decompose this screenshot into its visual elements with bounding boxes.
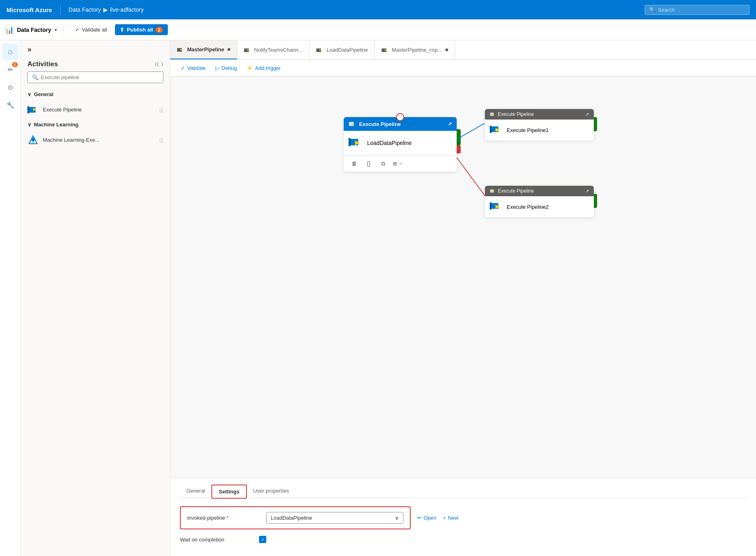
tab-modified-dot [228,48,230,51]
ml-collapse-icon: ∨ [27,122,31,128]
delete-button[interactable]: 🗑 [349,158,360,169]
search-icon: 🔍 [649,7,656,13]
factory-dropdown-icon[interactable]: ▾ [54,27,57,33]
activities-panel: » Activities ⟨⟨ ⟩ 🔍 ∨ General [21,40,170,556]
search-placeholder: Search [658,7,675,13]
tab-master-pipeline[interactable]: MasterPipeline [170,40,237,59]
tab-general[interactable]: General [180,485,211,498]
open-icon: ✏ [417,515,422,521]
panel-collapse-controls: » [21,40,170,55]
sidebar-monitor-button[interactable]: ⊙ [2,79,19,95]
activities-header: Activities ⟨⟨ ⟩ [21,55,170,71]
ml-section-header[interactable]: ∨ Machine Learning [21,118,170,131]
svg-line-31 [457,157,485,196]
pipeline-tab-icon2 [244,46,251,54]
card2-success-indicator [594,194,597,208]
toolbar-divider [63,25,64,35]
validate-icon: ✓ [75,27,79,33]
invoked-label: Invoked pipeline * [187,515,260,521]
select-dropdown-icon: ∨ [395,515,399,521]
required-asterisk: * [227,515,229,521]
activities-title: Activities [27,60,58,68]
right-card-2-body: Execute Pipeline2 [485,196,594,217]
copy-button[interactable]: ⧉ [378,158,389,169]
divider [60,5,61,15]
execute-pipeline-label: Execute Pipeline [43,107,82,113]
ml-execute-icon [27,134,39,145]
breadcrumb-factory: Data Factory [69,6,101,13]
tab-user-properties[interactable]: User properties [247,485,296,498]
main-layout: ⌂ ✏ 2 ⊙ 🔧 » Activities ⟨⟨ ⟩ 🔍 [0,40,756,556]
card-open-icon[interactable]: ↗ [448,121,452,127]
add-trigger-button[interactable]: ⚡ Add trigger [242,63,285,73]
tab-load-data[interactable]: LoadDataPipeline [309,40,375,59]
sidebar-edit-button[interactable]: ✏ 2 [2,61,19,78]
validate-all-button[interactable]: ✓ Validate all [70,24,112,35]
breadcrumb-instance: live-adfactory [110,6,144,13]
expand-icon[interactable]: » [24,44,35,55]
svg-rect-2 [27,106,29,113]
sidebar-manage-button[interactable]: 🔧 [2,97,19,113]
right-card-1-header: Execute Pipeline ↗ [485,109,594,120]
plus-icon: + [443,515,446,521]
tab-notify[interactable]: NotifyTeamsChann... [237,40,310,59]
bottom-tab-bar: General Settings User properties [180,485,746,498]
card-success-indicator [457,129,461,145]
json-button[interactable]: {} [363,158,374,169]
invoked-pipeline-row: Invoked pipeline * LoadDataPipeline ∨ ✏ … [180,506,746,529]
search-icon: 🔍 [32,74,38,80]
card-activity-icon [349,136,363,150]
sidebar-home-button[interactable]: ⌂ [2,44,19,60]
right-card-2-label: Execute Pipeline2 [507,204,549,210]
wait-checkbox[interactable]: ✓ [259,536,266,543]
new-button[interactable]: + New [443,515,459,521]
collapse-left-icon[interactable]: ⟨⟨ [155,61,159,67]
execute-pipeline-item[interactable]: Execute Pipeline ||| [21,101,170,118]
canvas-wrapper: MasterPipeline NotifyTeamsChann... LoadD… [170,40,756,556]
factory-icon: 📊 [5,25,14,34]
svg-rect-19 [349,138,351,146]
main-execute-card[interactable]: Execute Pipeline ↗ LoadDataPipeline 🗑 {} [344,117,457,172]
invoked-actions: ✏ Open + New [417,515,458,521]
activities-search[interactable]: 🔍 [27,71,163,83]
validate-button[interactable]: ✓ Validate [177,63,210,73]
icon-sidebar: ⌂ ✏ 2 ⊙ 🔧 [0,40,21,556]
general-section-header[interactable]: ∨ General [21,88,170,101]
invoked-pipeline-select[interactable]: LoadDataPipeline ∨ [266,512,403,524]
card2-open-icon[interactable]: ↗ [585,189,589,194]
publish-all-button[interactable]: ⬆ Publish all 2 [115,24,167,35]
right-card-2[interactable]: Execute Pipeline ↗ Execute Pipeline2 [485,186,594,217]
small-card-2-activity-icon [490,200,503,213]
right-card-2-header: Execute Pipeline ↗ [485,186,594,196]
collapse-right-icon[interactable]: ⟩ [161,61,163,67]
connection-lines [170,77,756,478]
validate-check-icon: ✓ [181,65,185,71]
right-card-1-label: Execute Pipeline1 [507,127,549,133]
trigger-icon: ⚡ [246,65,253,71]
svg-rect-29 [490,202,491,210]
execute-pipeline-icon [27,104,39,115]
tab-settings[interactable]: Settings [211,485,246,499]
debug-icon: ▷ [215,65,219,71]
search-box[interactable]: 🔍 Search [645,5,750,15]
main-card-body: LoadDataPipeline [344,131,457,155]
card-fail-indicator [457,145,461,153]
breadcrumb: Data Factory ▶ live-adfactory [69,6,144,13]
ml-execute-item[interactable]: Machine Learning Exe... ||| [21,131,170,149]
debug-button[interactable]: ▷ Debug [211,63,241,73]
edit-badge: 2 [12,62,18,67]
tab-modified-dot-2 [445,48,448,51]
dependency-button[interactable]: ⊕→ [392,158,403,169]
top-bar: Microsoft Azure Data Factory ▶ live-adfa… [0,0,756,19]
factory-name: Data Factory [17,27,51,33]
pipeline-tab-icon3 [316,46,323,54]
card1-open-icon[interactable]: ↗ [585,112,589,117]
right-card-1[interactable]: Execute Pipeline ↗ Execute Pipeline1 [485,109,594,141]
search-input[interactable] [41,74,159,80]
tab-bar: MasterPipeline NotifyTeamsChann... LoadD… [170,40,756,60]
pipeline-canvas[interactable]: Execute Pipeline ↗ LoadDataPipeline 🗑 {} [170,77,756,478]
tab-master-copy[interactable]: MasterPipeline_cop... [375,40,455,59]
general-label: General [34,91,53,97]
pipeline-tab-icon [177,46,184,53]
open-button[interactable]: ✏ Open [417,515,436,521]
